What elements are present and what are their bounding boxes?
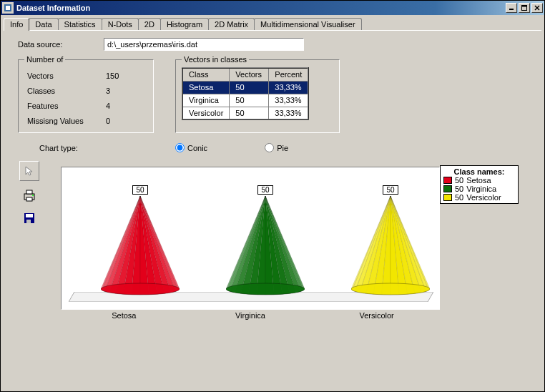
print-icon[interactable] [22,190,36,204]
legend-item: 50Setosa [443,176,515,185]
radio-pie[interactable]: Pie [265,143,288,152]
window-title: Dataset Information [16,4,506,12]
legend-item: 50Versicolor [443,193,515,202]
numberof-label: Vectors [27,72,106,80]
save-icon[interactable] [24,212,35,225]
cone-value-label: 50 [383,185,398,195]
axis-label: Versicolor [316,311,438,320]
app-icon [2,2,14,14]
svg-point-16 [101,283,180,295]
table-header[interactable]: Percent [269,68,308,81]
data-source-input[interactable]: d:\_users\przemas\iris.dat [104,38,304,51]
tab-multidimensional-visualiser[interactable]: Multidimensional Visualiser [254,18,361,30]
numberof-value: 4 [106,102,134,110]
pointer-tool-button[interactable] [19,161,39,181]
tab-info[interactable]: Info [4,18,29,31]
radio-conic[interactable]: Conic [175,143,207,152]
table-row[interactable]: Setosa5033,33% [182,81,308,94]
table-row[interactable]: Virginica5033,33% [182,94,308,107]
minimize-button[interactable] [506,3,517,13]
cone-value-label: 50 [132,185,147,195]
legend-title: Class names: [443,167,515,176]
tab-2d[interactable]: 2D [138,18,161,30]
svg-point-10 [32,195,34,196]
maximize-button[interactable] [519,3,530,13]
svg-point-18 [351,283,430,295]
table-header[interactable]: Vectors [230,68,269,81]
close-button[interactable] [531,3,543,13]
numberof-value: 3 [106,87,134,95]
svg-rect-12 [26,214,33,217]
chart-legend: Class names: 50Setosa50Virginica50Versic… [440,165,519,204]
numberof-label: Features [27,102,106,110]
cone-value-label: 50 [257,185,272,195]
chart-cone: 50 [340,185,441,296]
numberof-value: 0 [106,117,134,125]
tab-histogram[interactable]: Histogram [160,18,209,30]
svg-rect-9 [26,197,32,201]
svg-rect-8 [26,190,32,194]
class-table[interactable]: ClassVectorsPercent Setosa5033,33%Virgin… [182,67,309,120]
legend-item: 50Virginica [443,185,515,193]
tab-n-dots[interactable]: N-Dots [102,18,139,30]
chart-cone: 50 [215,185,315,296]
svg-point-17 [226,283,305,295]
vectors-legend: Vectors in classes [182,55,249,64]
svg-rect-14 [31,220,32,223]
table-header[interactable]: Class [182,68,230,81]
numberof-label: Classes [27,87,106,95]
chart-cone: 50 [90,185,190,296]
chart-type-label: Chart type: [39,144,118,152]
axis-label: Setosa [63,311,185,320]
tab-2d-matrix[interactable]: 2D Matrix [208,18,255,30]
svg-rect-1 [6,6,10,10]
tab-data[interactable]: Data [29,18,58,30]
numberof-legend: Number of [24,55,65,64]
numberof-value: 150 [106,72,134,80]
axis-label: Virginica [190,311,311,320]
table-row[interactable]: Versicolor5033,33% [182,107,308,119]
tab-statistics[interactable]: Statistics [58,18,102,30]
numberof-label: Missisng Values [27,117,106,125]
data-source-label: Data source: [18,40,104,49]
